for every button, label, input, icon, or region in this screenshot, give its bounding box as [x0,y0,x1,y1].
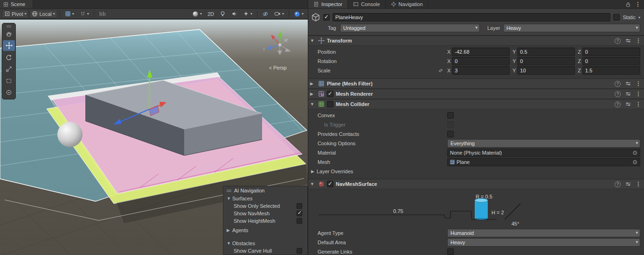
object-picker-icon[interactable]: ⊙ [631,149,638,156]
lock-icon[interactable] [625,1,631,7]
presets-icon[interactable] [625,38,631,43]
scale-x-field[interactable]: 3 [452,66,510,75]
scene-camera-button[interactable]: ▾ [272,10,286,18]
scene-lighting-button[interactable] [217,10,228,18]
custom-tool-button[interactable] [3,87,15,98]
view-hand-tool-button[interactable] [3,28,15,39]
scale-y-field[interactable]: 10 [517,66,575,75]
help-icon[interactable]: ? [615,101,621,107]
mesh-collider-enabled-checkbox[interactable] [327,101,333,107]
rotation-y-field[interactable]: 0 [517,57,575,65]
pivot-toggle-button[interactable]: Pivot ▾ [2,10,28,18]
layer-dropdown[interactable]: Heavy [503,24,640,32]
gameobject-cube-icon[interactable] [311,13,320,22]
gameobject-active-checkbox[interactable] [323,14,330,21]
orientation-gizmo[interactable] [267,32,291,55]
show-navmesh-checkbox[interactable] [297,211,302,216]
tab-console[interactable]: Console [348,0,385,8]
rect-tool-button[interactable] [3,75,15,86]
tag-dropdown[interactable]: Untagged [340,24,480,32]
mesh-filter-header[interactable]: ▶ Plane (Mesh Filter) ? ⋮ [308,78,644,89]
provides-contacts-checkbox[interactable] [447,131,454,137]
presets-icon[interactable] [625,181,631,187]
foldout-open-icon[interactable]: ▼ [310,102,316,106]
convex-checkbox[interactable] [447,112,454,119]
presets-icon[interactable] [625,91,631,97]
default-area-dropdown[interactable]: Heavy [447,238,640,247]
grid-snap-button[interactable]: ▾ [62,10,76,18]
kebab-menu-icon[interactable]: ⋮ [636,101,641,107]
help-icon[interactable]: ? [615,91,621,97]
position-z-field[interactable]: 0 [582,48,640,56]
ai-navigation-header[interactable]: AI Navigation [223,186,307,195]
agents-foldout[interactable]: ▶ Agents [223,227,307,234]
kebab-menu-icon[interactable]: ⋮ [636,181,641,187]
scene-visibility-button[interactable] [260,10,271,18]
foldout-open-icon[interactable]: ▼ [310,182,316,186]
kebab-menu-icon[interactable]: ⋮ [636,91,641,97]
move-tool-button[interactable] [3,40,15,51]
scale-z-field[interactable]: 1.5 [582,66,640,75]
position-y-field[interactable]: 0.5 [517,48,575,56]
mesh-renderer-header[interactable]: ▶ Mesh Renderer ? ⋮ [308,89,644,99]
foldout-closed-icon[interactable]: ▶ [310,81,316,86]
obstacles-foldout[interactable]: ▼ Obstacles [223,240,307,247]
position-x-field[interactable]: -42.68 [452,48,510,56]
tab-navigation[interactable]: Navigation [386,0,429,8]
mesh-renderer-enabled-checkbox[interactable] [327,91,333,97]
tab-menu-icon[interactable]: ⋮ [635,1,641,7]
mesh-collider-icon [318,101,325,107]
snap-increment-button[interactable] [97,10,108,18]
kebab-menu-icon[interactable]: ⋮ [636,80,641,87]
gameobject-name-field[interactable]: PlaneHeavy [332,13,610,21]
show-heightmesh-checkbox[interactable] [297,218,302,224]
rotation-z-field[interactable]: 0 [582,57,640,65]
help-icon[interactable]: ? [615,81,621,87]
sphere-object[interactable] [57,122,83,147]
mesh-collider-header[interactable]: ▼ Mesh Collider ? ⋮ [308,99,644,109]
navmesh-surface-header[interactable]: ▼ NavMeshSurface ? ⋮ [308,179,644,189]
2d-toggle-button[interactable]: 2D [205,10,216,18]
cooking-options-dropdown[interactable]: Everything [447,139,640,148]
effects-button[interactable]: ▾ [241,10,255,18]
foldout-closed-icon[interactable]: ▶ [310,92,316,96]
component-tools-button[interactable]: ▾ [291,10,306,18]
help-icon[interactable]: ? [615,181,621,187]
presets-icon[interactable] [625,81,631,86]
agent-type-dropdown[interactable]: Humanoid [447,229,640,237]
rotate-tool-button[interactable] [3,52,15,63]
scene-audio-button[interactable] [229,10,240,18]
material-object-field[interactable]: None (Physic Material) ⊙ [447,149,640,157]
show-carve-hull-checkbox[interactable] [297,248,302,254]
layer-overrides-foldout[interactable]: ▶ Layer Overrides [308,167,644,176]
link-scale-icon[interactable] [438,68,443,73]
help-icon[interactable]: ? [615,38,621,44]
presets-icon[interactable] [625,101,631,107]
scene-viewport[interactable]: x y z < Persp AI Navigation ▼ Surfaces [0,20,308,255]
projection-label[interactable]: Persp [273,65,287,71]
kebab-menu-icon[interactable]: ⋮ [636,37,641,44]
layer-overrides-label: Layer Overrides [317,169,353,174]
gizmo-z-label: z [263,47,265,51]
mesh-object-field[interactable]: Plane ⊙ [447,158,640,166]
surfaces-foldout[interactable]: ▼ Surfaces [223,195,307,202]
transform-header[interactable]: ▼ Transform ? ⋮ [308,35,644,46]
scale-tool-button[interactable] [3,64,15,74]
static-checkbox[interactable] [613,14,620,21]
show-only-selected-checkbox[interactable] [297,203,302,209]
foldout-closed-icon: ▶ [227,228,232,233]
object-picker-icon[interactable]: ⊙ [631,159,638,165]
tools-overlay-handle[interactable] [7,24,11,28]
toolbar-separator [257,11,257,17]
snap-magnet-button[interactable]: ▾ [77,10,91,18]
tab-scene[interactable]: Scene [0,0,33,8]
local-toggle-button[interactable]: Local ▾ [29,10,57,18]
generate-links-checkbox[interactable] [447,248,454,255]
rotation-x-field[interactable]: 0 [452,57,510,65]
tab-inspector[interactable]: Inspector [308,0,348,8]
agents-label: Agents [232,227,248,233]
foldout-open-icon[interactable]: ▼ [310,38,316,43]
shading-mode-button[interactable]: ▾ [190,10,204,18]
static-dropdown-icon[interactable]: ▾ [638,15,640,20]
navmesh-surface-enabled-checkbox[interactable] [327,181,333,187]
